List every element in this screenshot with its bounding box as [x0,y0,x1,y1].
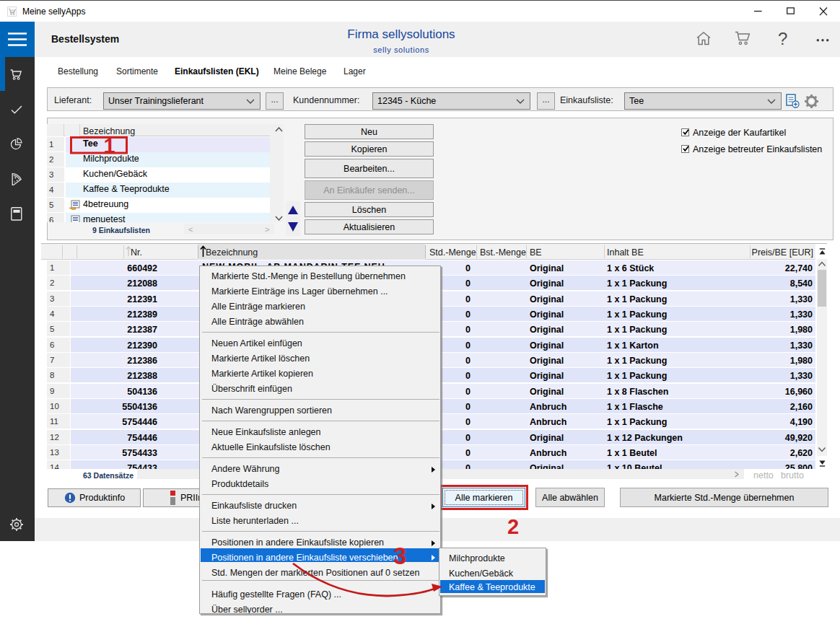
svg-text:1: 1 [104,134,115,157]
svg-text:2: 2 [507,515,519,538]
svg-text:3: 3 [393,543,406,569]
